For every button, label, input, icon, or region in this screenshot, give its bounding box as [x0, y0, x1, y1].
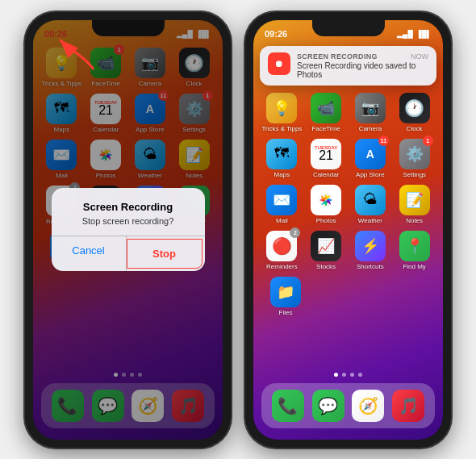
app-row-r1: 💡 Tricks & Tipps 📹 FaceTime 📷 Camera 🕐 C… — [260, 93, 436, 132]
app-r-mail[interactable]: ✉️ Mail — [262, 185, 301, 224]
screen-right: 09:26 ▂▄█ ▐█▌ ⏺ SCREEN RECORDING NOW Scr… — [253, 20, 443, 440]
dock-right: 📞 💬 🧭 🎵 — [261, 383, 435, 428]
app-r-facetime[interactable]: 📹 FaceTime — [307, 93, 345, 132]
dot-r1 — [334, 373, 338, 377]
dock-r-music[interactable]: 🎵 — [392, 390, 424, 422]
app-r-settings[interactable]: ⚙️ 1 Settings — [395, 139, 434, 178]
cancel-button[interactable]: Cancel — [52, 236, 127, 271]
wifi-icon-right: ▂▄█ — [397, 30, 413, 38]
app-r-calendar[interactable]: Tuesday 21 Calendar — [307, 139, 345, 178]
alert-message: Stop screen recording? — [63, 216, 194, 226]
alert-dialog: Screen Recording Stop screen recording? … — [52, 188, 205, 271]
app-row-r2: 🗺 Maps Tuesday 21 Calendar — [260, 139, 436, 178]
notif-app-name: SCREEN RECORDING — [297, 52, 378, 61]
app-r-appstore[interactable]: A 11 App Store — [351, 139, 390, 178]
alert-overlay: Screen Recording Stop screen recording? … — [33, 20, 223, 440]
home-grid-right: 💡 Tricks & Tipps 📹 FaceTime 📷 Camera 🕐 C… — [253, 93, 443, 323]
dock-r-phone[interactable]: 📞 — [272, 390, 304, 422]
app-r-weather[interactable]: 🌤 Weather — [351, 185, 390, 224]
notif-header: SCREEN RECORDING NOW — [297, 52, 428, 61]
notif-content: SCREEN RECORDING NOW Screen Recording vi… — [297, 52, 428, 79]
time-right: 09:26 — [265, 29, 287, 39]
app-r-camera[interactable]: 📷 Camera — [351, 93, 390, 132]
app-r-reminders[interactable]: 🔴 2 Reminders — [262, 231, 301, 270]
notif-time: NOW — [411, 52, 428, 61]
app-r-photos[interactable]: Photos — [307, 185, 345, 224]
app-r-maps[interactable]: 🗺 Maps — [262, 139, 301, 178]
alert-title: Screen Recording — [63, 201, 194, 213]
notification-banner[interactable]: ⏺ SCREEN RECORDING NOW Screen Recording … — [260, 46, 436, 86]
app-row-r3: ✉️ Mail — [260, 185, 436, 224]
app-r-files[interactable]: 📁 Files — [266, 277, 305, 316]
stop-button[interactable]: Stop — [127, 239, 203, 269]
app-r-notes[interactable]: 📝 Notes — [395, 185, 434, 224]
dot-r2 — [342, 373, 346, 377]
screen-left: 09:26 ▂▄█ ▐█▌ 💡 Tricks & Tipps 📹 — [33, 20, 223, 440]
alert-buttons: Cancel Stop — [52, 236, 205, 271]
dock-r-safari[interactable]: 🧭 — [352, 390, 384, 422]
dock-r-messages[interactable]: 💬 — [312, 390, 344, 422]
alert-content: Screen Recording Stop screen recording? — [52, 188, 205, 236]
phone-frame-left: 09:26 ▂▄█ ▐█▌ 💡 Tricks & Tipps 📹 — [25, 12, 231, 448]
app-r-shortcuts[interactable]: ⚡ Shortcuts — [351, 231, 390, 270]
phone-right: 09:26 ▂▄█ ▐█▌ ⏺ SCREEN RECORDING NOW Scr… — [245, 12, 451, 448]
notif-icon: ⏺ — [268, 52, 290, 75]
app-r-findmy[interactable]: 📍 Find My — [395, 231, 434, 270]
dot-r4 — [358, 373, 362, 377]
page-dots-right — [253, 373, 443, 377]
app-r-tricks[interactable]: 💡 Tricks & Tipps — [262, 93, 301, 132]
battery-icon-right: ▐█▌ — [416, 30, 432, 38]
app-row-r4: 🔴 2 Reminders 📈 Stocks ⚡ Shortcuts — [260, 231, 436, 270]
dot-r3 — [350, 373, 354, 377]
app-r-clock[interactable]: 🕐 Clock — [395, 93, 434, 132]
app-row-r5: 📁 Files — [260, 277, 436, 316]
app-r-stocks[interactable]: 📈 Stocks — [307, 231, 345, 270]
notch-right — [312, 20, 385, 36]
phone-left: 09:26 ▂▄█ ▐█▌ 💡 Tricks & Tipps 📹 — [25, 12, 231, 448]
phone-frame-right: 09:26 ▂▄█ ▐█▌ ⏺ SCREEN RECORDING NOW Scr… — [245, 12, 451, 448]
status-icons-right: ▂▄█ ▐█▌ — [397, 30, 432, 38]
notif-body: Screen Recording video saved to Photos — [297, 61, 428, 79]
